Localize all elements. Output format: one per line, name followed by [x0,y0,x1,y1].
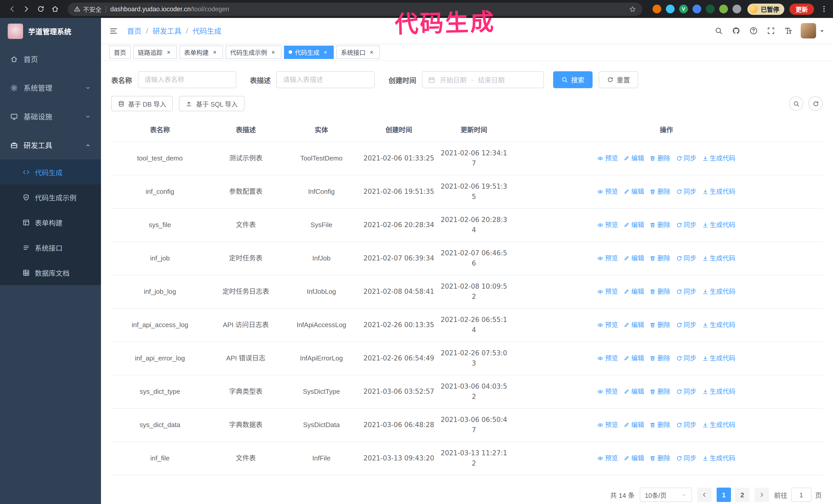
page-button-2[interactable]: 2 [735,487,749,502]
action-edit[interactable]: 编辑 [624,187,644,197]
sidebar-item-db-doc[interactable]: 数据库文档 [0,260,101,285]
github-icon[interactable] [732,27,740,35]
prev-page-button[interactable] [697,487,712,502]
action-preview[interactable]: 预览 [597,387,618,397]
sidebar-item-codegen[interactable]: 代码生成 [0,160,101,185]
action-delete[interactable]: 删除 [650,353,670,363]
action-sync[interactable]: 同步 [676,453,696,463]
fullscreen-icon[interactable] [767,27,775,35]
table-name-input[interactable] [138,71,236,88]
profile-paused-badge[interactable]: 已暂停 [747,3,784,15]
logo[interactable]: 芋道管理系统 [0,18,101,45]
forward-button[interactable] [20,2,33,16]
action-sync[interactable]: 同步 [676,253,696,264]
action-edit[interactable]: 编辑 [624,353,644,363]
sidebar-item-home[interactable]: 首页 [0,45,101,73]
action-preview[interactable]: 预览 [597,420,618,430]
action-edit[interactable]: 编辑 [624,387,644,397]
action-generate[interactable]: 生成代码 [702,220,735,230]
search-button[interactable]: 搜索 [553,71,593,88]
help-icon[interactable] [749,27,758,35]
action-edit[interactable]: 编辑 [624,320,644,330]
page-button-1[interactable]: 1 [717,487,731,502]
action-generate[interactable]: 生成代码 [702,320,735,330]
action-sync[interactable]: 同步 [676,187,696,197]
action-generate[interactable]: 生成代码 [702,287,735,297]
search-icon[interactable] [715,27,723,35]
fox-extension-icon[interactable] [652,5,661,13]
refresh-table-button[interactable] [808,96,823,111]
close-icon[interactable] [270,48,277,56]
action-preview[interactable]: 预览 [597,187,618,197]
action-edit[interactable]: 编辑 [624,420,644,430]
action-delete[interactable]: 删除 [650,253,670,264]
action-delete[interactable]: 删除 [650,153,670,164]
home-button[interactable] [48,2,62,16]
sidebar-item-form-builder[interactable]: 表单构建 [0,210,101,235]
address-bar[interactable]: 不安全 dashboard.yudao.iocoder.cn/tool/code… [68,2,642,16]
breadcrumb-item[interactable]: 研发工具 [153,26,182,36]
action-sync[interactable]: 同步 [676,153,696,164]
close-icon[interactable] [165,48,172,56]
tab-codegen[interactable]: 代码生成 [284,45,334,59]
action-preview[interactable]: 预览 [597,353,618,363]
action-preview[interactable]: 预览 [597,253,618,264]
drop-extension-icon[interactable] [666,5,674,13]
action-delete[interactable]: 删除 [650,453,670,463]
action-delete[interactable]: 删除 [650,387,670,397]
action-delete[interactable]: 删除 [650,220,670,230]
action-generate[interactable]: 生成代码 [702,353,735,363]
action-sync[interactable]: 同步 [676,420,696,430]
action-sync[interactable]: 同步 [676,220,696,230]
action-preview[interactable]: 预览 [597,287,618,297]
font-size-icon[interactable] [784,27,792,35]
action-edit[interactable]: 编辑 [624,287,644,297]
browser-update-button[interactable]: 更新 [789,3,814,15]
action-generate[interactable]: 生成代码 [702,420,735,430]
import-sql-button[interactable]: 基于 SQL 导入 [179,96,244,111]
action-generate[interactable]: 生成代码 [702,187,735,197]
reload-button[interactable] [34,2,47,16]
tab-form-builder[interactable]: 表单构建 [180,45,223,59]
action-preview[interactable]: 预览 [597,453,618,463]
breadcrumb-item[interactable]: 首页 [127,26,142,36]
bookmark-star-icon[interactable] [629,5,636,13]
action-generate[interactable]: 生成代码 [702,453,735,463]
caret-down-icon[interactable] [819,28,825,33]
reset-button[interactable]: 重置 [599,71,638,88]
sidebar-item-system-api[interactable]: 系统接口 [0,235,101,260]
chart-extension-icon[interactable] [706,5,715,13]
create-time-range-picker[interactable]: 开始日期 - 结束日期 [422,71,544,88]
browser-menu-icon[interactable] [820,5,828,13]
goto-page-input[interactable] [791,487,811,502]
close-icon[interactable] [368,48,375,56]
action-sync[interactable]: 同步 [676,287,696,297]
tab-system-api[interactable]: 系统接口 [336,45,380,59]
breadcrumb-item[interactable]: 代码生成 [193,26,221,36]
close-icon[interactable] [322,48,329,56]
site-security[interactable]: 不安全 [74,5,101,13]
leaf-extension-icon[interactable] [719,5,728,13]
table-desc-input[interactable] [276,71,375,88]
hamburger-icon[interactable] [109,26,118,35]
action-preview[interactable]: 预览 [597,220,618,230]
action-preview[interactable]: 预览 [597,153,618,164]
toggle-search-button[interactable] [789,96,803,111]
url-text[interactable]: dashboard.yudao.iocoder.cn/tool/codegen [110,5,229,13]
action-generate[interactable]: 生成代码 [702,153,735,164]
sidebar-item-infrastructure[interactable]: 基础设施 [0,102,101,131]
next-page-button[interactable] [755,487,769,502]
user-avatar[interactable] [801,23,816,39]
action-delete[interactable]: 删除 [650,420,670,430]
puzzle-extension-icon[interactable] [733,5,741,13]
action-delete[interactable]: 删除 [650,187,670,197]
tab-tracing[interactable]: 链路追踪 [133,45,177,59]
action-generate[interactable]: 生成代码 [702,253,735,264]
import-db-button[interactable]: 基于 DB 导入 [111,96,173,111]
action-edit[interactable]: 编辑 [624,153,644,164]
people-extension-icon[interactable] [693,5,701,13]
close-icon[interactable] [211,48,218,56]
tab-codegen-example[interactable]: 代码生成示例 [225,45,281,59]
back-button[interactable] [5,2,19,16]
sidebar-item-devtools[interactable]: 研发工具 [0,131,101,160]
